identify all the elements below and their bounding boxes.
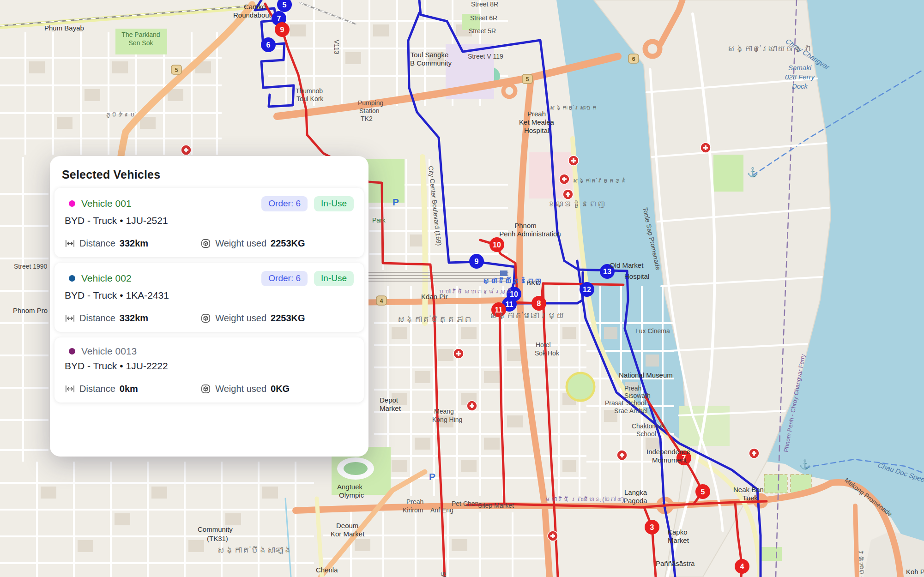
svg-text:12: 12 xyxy=(583,286,591,294)
map-label: សង្កាត់មិត្តភាព xyxy=(397,315,472,324)
map-label: BKC xyxy=(526,279,541,287)
map-label: Old Market xyxy=(610,261,644,269)
map-label: Street 5R xyxy=(469,27,496,35)
map-label: ខណ្ឌដូនពេញ xyxy=(547,199,605,209)
hospital-icon xyxy=(453,349,464,359)
svg-text:5: 5 xyxy=(701,488,705,496)
distance-value: 0km xyxy=(120,384,138,394)
map-label: Hotel xyxy=(536,341,551,349)
distance-value: 332km xyxy=(120,313,148,324)
map-label: Preah xyxy=(527,110,546,118)
map-label: Srae Ambel xyxy=(614,407,647,415)
weight-icon xyxy=(200,313,211,324)
map-label: មហាវិថី សហពន្ធ័រុស្ស៊ី xyxy=(439,288,513,295)
map-label: Market xyxy=(668,536,689,544)
map-label: Sisowath xyxy=(624,392,651,399)
order-badge: Order: 6 xyxy=(261,271,308,286)
map-label: Silep Market xyxy=(478,502,514,509)
vehicle-card-001[interactable]: Vehicle 001 Order: 6 In-Use BYD - Truck•… xyxy=(54,188,364,257)
map-label: Market xyxy=(380,404,401,412)
map-label: Samaki xyxy=(788,64,812,72)
map-label: Ket Mealea xyxy=(519,118,555,126)
map-label: Phnom xyxy=(514,222,537,229)
vehicle-card-002[interactable]: Vehicle 002 Order: 6 In-Use BYD - Truck•… xyxy=(54,263,364,332)
hospital-icon xyxy=(467,401,477,411)
distance-value: 332km xyxy=(120,238,148,249)
hospital-icon xyxy=(617,450,627,460)
map-label: Pet Chen xyxy=(452,500,478,507)
map-label: School xyxy=(626,399,646,407)
map-label: Street 6R xyxy=(470,14,497,22)
app-window: PP⚓⚓5546 5769101112139101187534 Phum Bay… xyxy=(0,0,924,577)
vehicle-model-plate: BYD - Truck•1KA-2431 xyxy=(65,290,354,301)
map-label: Street V 119 xyxy=(468,53,503,60)
map-label: (TK31) xyxy=(207,535,228,542)
map-label: Koh Pich xyxy=(906,568,924,576)
route-stop-red[interactable]: 9 xyxy=(275,22,290,37)
route-stop-red[interactable]: 10 xyxy=(489,237,504,252)
map-label: Phnom Pro xyxy=(13,307,48,314)
panel-title: Selected Vehicles xyxy=(62,168,368,181)
svg-text:3: 3 xyxy=(650,523,654,531)
weight-value: 2253KG xyxy=(271,238,305,249)
map-label: សង្កាត់ជ្រោយចង្វា xyxy=(727,44,810,54)
map-label: Lux Cinema xyxy=(635,327,670,335)
hospital-icon xyxy=(749,448,759,458)
distance-label: Distance xyxy=(79,238,115,249)
map-label: ភូមិទំនប់ xyxy=(105,111,135,118)
hospital-icon xyxy=(563,189,573,199)
map-label: សង្កាត់វត្តភ្នំ xyxy=(573,177,627,184)
map-label: Olympic xyxy=(339,491,364,499)
route-stop-red[interactable]: 3 xyxy=(645,520,659,535)
weight-label: Weight used xyxy=(215,384,266,394)
route-stop-red[interactable]: 5 xyxy=(695,484,710,499)
map-label: Street 1990 xyxy=(14,263,48,270)
route-stop-red[interactable]: 8 xyxy=(531,296,546,311)
route-shield: 5 xyxy=(522,74,532,84)
map-label: Prasat xyxy=(605,399,624,407)
map-label: Angtuek xyxy=(337,483,363,491)
map-label: Depot xyxy=(380,396,399,404)
map-label: Independence xyxy=(646,448,690,456)
map-label: 028 Ferry xyxy=(785,73,815,81)
selected-vehicles-panel: Selected Vehicles Vehicle 001 Order: 6 I… xyxy=(50,156,368,457)
route-stop-blue[interactable]: 12 xyxy=(580,282,594,297)
distance-label: Distance xyxy=(79,313,115,324)
map-label: សង្កាត់មនោរម្យ xyxy=(489,311,564,320)
route-stop-blue[interactable]: 9 xyxy=(469,254,484,269)
svg-text:5: 5 xyxy=(175,67,178,73)
map-label: Kong Hing xyxy=(432,416,462,423)
map-label: Chenla xyxy=(316,566,338,574)
vehicle-card-0013[interactable]: Vehicle 0013 BYD - Truck•1JU-2222 Distan… xyxy=(54,337,364,403)
vehicle-name: Vehicle 0013 xyxy=(81,346,137,357)
route-shield: 5 xyxy=(171,65,181,74)
map-label: Tuek xyxy=(743,494,758,502)
vehicle-color-dot xyxy=(69,348,75,355)
map-label: Dock xyxy=(792,82,809,90)
vehicle-color-dot xyxy=(69,200,75,207)
svg-text:11: 11 xyxy=(506,301,513,308)
map-label: Preah xyxy=(406,498,423,505)
vehicle-color-dot xyxy=(69,275,75,282)
order-badge: Order: 6 xyxy=(261,196,308,211)
map-label: Roundabout xyxy=(233,11,272,19)
map-label: B Community xyxy=(410,59,452,67)
map-label: Penh Administration xyxy=(499,230,561,238)
vehicle-model-plate: BYD - Truck•1JU-2521 xyxy=(65,215,354,226)
distance-icon xyxy=(65,313,75,324)
ferry-anchor-icon: ⚓ xyxy=(799,459,811,470)
weight-value: 2253KG xyxy=(271,313,305,324)
map-label: Hospital xyxy=(524,126,549,134)
map-label: សង្កាត់ស្រះចក xyxy=(550,104,598,111)
hospital-icon xyxy=(701,143,711,153)
route-stop-red[interactable]: 4 xyxy=(735,559,749,574)
route-stop-blue[interactable]: 6 xyxy=(261,37,276,52)
svg-text:5: 5 xyxy=(283,1,287,9)
svg-text:7: 7 xyxy=(277,15,281,23)
map-label: School xyxy=(636,430,656,438)
vehicle-model-plate: BYD - Truck•1JU-2222 xyxy=(65,361,354,372)
map-label: Station xyxy=(359,107,380,114)
svg-text:6: 6 xyxy=(266,41,271,49)
map-label: Paññāsāstra xyxy=(656,559,695,567)
vehicle-name: Vehicle 001 xyxy=(81,198,132,209)
